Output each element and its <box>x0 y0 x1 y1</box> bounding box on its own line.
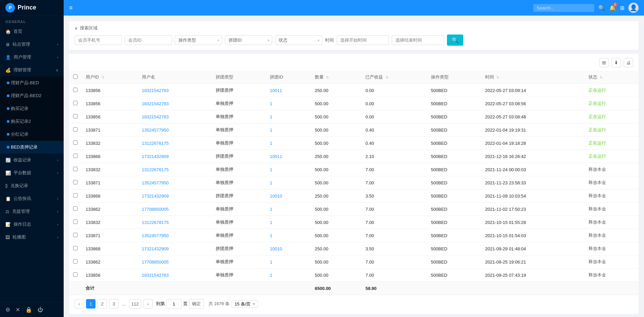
print-icon[interactable]: 🖨 <box>624 58 633 67</box>
sort-amount-icon[interactable]: ⇅ <box>326 75 329 79</box>
page-jump-input[interactable] <box>166 299 182 309</box>
row-checkbox-1[interactable] <box>73 101 78 105</box>
prev-page-button[interactable]: ‹ <box>74 299 84 309</box>
row-checkbox-14[interactable] <box>73 272 78 277</box>
tools-icon[interactable]: ✕ <box>16 307 20 313</box>
username-link[interactable]: 17708850005 <box>142 207 169 212</box>
username-link[interactable]: 13122678175 <box>142 220 169 225</box>
row-checkbox-12[interactable] <box>73 246 78 250</box>
group-id-link[interactable]: 1 <box>270 259 272 265</box>
status-select[interactable]: 状态 <box>275 35 322 45</box>
sidebar-item-dividend[interactable]: 分红记录 <box>0 128 64 141</box>
username-link[interactable]: 17321432909 <box>142 194 169 199</box>
search-area-toggle[interactable]: ∨ 搜索区域 <box>74 25 633 31</box>
page-1-button[interactable]: 1 <box>86 299 95 309</box>
group-id-link[interactable]: 10010 <box>270 246 282 251</box>
sidebar-item-bed-pledge[interactable]: BED质押记录 <box>0 141 64 154</box>
avatar[interactable]: 👤 <box>628 3 639 13</box>
sort-user-id-icon[interactable]: ⇅ <box>102 75 104 79</box>
next-page-button[interactable]: › <box>143 299 153 309</box>
sidebar-item-notice[interactable]: 📋 公告快讯 › <box>0 192 64 205</box>
row-checkbox-13[interactable] <box>73 259 78 264</box>
sidebar-item-platform[interactable]: 📊 平台数据 › <box>0 166 64 179</box>
sidebar-item-income[interactable]: 🔄 收益记录 › <box>0 154 64 166</box>
row-checkbox-0[interactable] <box>73 88 78 92</box>
header-search-input[interactable] <box>533 4 594 12</box>
sidebar-item-buy-record2[interactable]: 购买记录2 <box>0 115 64 128</box>
username-link[interactable]: 13524577950 <box>142 128 169 133</box>
username-link[interactable]: 17321432909 <box>142 246 169 251</box>
sidebar-item-finance-bed2[interactable]: 理财产品-BED2 <box>0 89 64 102</box>
page-2-button[interactable]: 2 <box>98 299 107 309</box>
group-id-select[interactable]: 拼团ID <box>225 35 272 45</box>
group-id-link[interactable]: 10011 <box>270 154 282 159</box>
group-id-link[interactable]: 1 <box>270 167 272 172</box>
power-icon[interactable]: ⏻ <box>38 307 43 313</box>
page-3-button[interactable]: 3 <box>109 299 119 309</box>
notification-bell[interactable]: 🔔 0 <box>609 5 616 11</box>
sidebar-item-redeem[interactable]: ₿ 兑换记录 <box>0 179 64 192</box>
group-id-link[interactable]: 1 <box>270 273 272 278</box>
row-checkbox-7[interactable] <box>73 180 78 184</box>
username-link[interactable]: 18321542783 <box>142 114 169 119</box>
sidebar-item-station[interactable]: 🖥 站点管理 › <box>0 38 64 51</box>
username-link[interactable]: 18321542783 <box>142 88 169 93</box>
sidebar-item-operation[interactable]: 📝 操作日志 › <box>0 218 64 231</box>
row-checkbox-11[interactable] <box>73 233 78 237</box>
sidebar-item-finance[interactable]: 💰 理财管理 ∨ <box>0 64 64 76</box>
group-id-link[interactable]: 10011 <box>270 88 282 93</box>
group-id-link[interactable]: 1 <box>270 207 272 212</box>
settings-icon[interactable]: ⚙ <box>5 307 10 313</box>
search-button[interactable]: 🔍 <box>447 35 463 46</box>
export-icon[interactable]: ⬇ <box>611 58 621 67</box>
lock-icon[interactable]: 🔒 <box>25 307 32 313</box>
row-checkbox-9[interactable] <box>73 206 78 211</box>
cell-amount: 500.00 <box>311 110 362 123</box>
group-id-link[interactable]: 1 <box>270 141 272 146</box>
row-checkbox-4[interactable] <box>73 140 78 145</box>
group-id-link[interactable]: 1 <box>270 180 272 185</box>
group-id-link[interactable]: 1 <box>270 128 272 133</box>
sidebar-item-home[interactable]: 🏠 首页 <box>0 25 64 38</box>
row-checkbox-5[interactable] <box>73 154 78 158</box>
sidebar-item-carousel[interactable]: 🖼 轮播图 › <box>0 231 64 244</box>
group-id-link[interactable]: 1 <box>270 220 272 225</box>
group-id-link[interactable]: 10010 <box>270 194 282 199</box>
page-confirm-button[interactable]: 确定 <box>189 299 204 309</box>
sidebar-item-buy-record[interactable]: 购买记录 <box>0 102 64 115</box>
header-search-icon[interactable]: 🔍 <box>598 5 605 11</box>
username-link[interactable]: 17321432909 <box>142 154 169 159</box>
group-id-link[interactable]: 1 <box>270 114 272 119</box>
username-link[interactable]: 17708850005 <box>142 259 169 265</box>
select-all-checkbox[interactable] <box>73 74 78 79</box>
row-checkbox-3[interactable] <box>73 127 78 132</box>
row-checkbox-8[interactable] <box>73 193 78 198</box>
page-size-select[interactable]: 10 条/页 15 条/页 20 条/页 50 条/页 <box>232 300 258 308</box>
menu-toggle-icon[interactable]: ≡ <box>69 4 73 12</box>
username-link[interactable]: 18321542783 <box>142 273 169 278</box>
row-checkbox-6[interactable] <box>73 167 78 171</box>
member-phone-input[interactable] <box>74 35 122 45</box>
username-link[interactable]: 13524577950 <box>142 233 169 238</box>
sidebar-item-user[interactable]: 👤 用户管理 › <box>0 51 64 64</box>
row-checkbox-10[interactable] <box>73 220 78 224</box>
page-last-button[interactable]: 112 <box>129 299 141 309</box>
username-link[interactable]: 13122678175 <box>142 167 169 172</box>
sort-status-icon[interactable]: ⇅ <box>600 75 602 79</box>
group-id-link[interactable]: 1 <box>270 233 272 238</box>
sort-time-icon[interactable]: ⇅ <box>496 75 499 79</box>
end-time-input[interactable] <box>392 35 444 45</box>
operation-type-select[interactable]: 操作类型 <box>175 35 222 45</box>
username-link[interactable]: 13122678175 <box>142 141 169 146</box>
sidebar-item-finance-bed[interactable]: 理财产品-BED <box>0 76 64 89</box>
start-time-input[interactable] <box>337 35 389 45</box>
member-id-input[interactable] <box>125 35 172 45</box>
group-id-link[interactable]: 1 <box>270 101 272 106</box>
column-settings-icon[interactable]: ⊞ <box>599 58 609 67</box>
username-link[interactable]: 18321542783 <box>142 101 169 106</box>
sidebar-item-recharge[interactable]: ⚖ 充提管理 › <box>0 205 64 218</box>
grid-icon[interactable]: ⊞ <box>620 5 624 11</box>
username-link[interactable]: 13524577950 <box>142 180 169 185</box>
sort-earned-icon[interactable]: ⇅ <box>386 75 388 79</box>
row-checkbox-2[interactable] <box>73 114 78 118</box>
